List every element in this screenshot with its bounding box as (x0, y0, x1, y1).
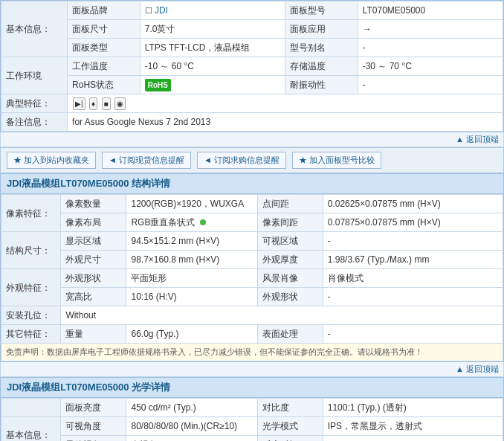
model-num-value: LT070ME05000 (358, 1, 503, 20)
typical-label: 典型特征： (1, 94, 68, 113)
brand-value: ☐ JDI (140, 1, 285, 20)
other-label: 其它特征： (1, 325, 61, 344)
appearance-label: 外观特征： (1, 269, 61, 306)
outer-thick-value: 1.98/3.67 (Typ./Max.) mm (323, 251, 503, 269)
pixel-features-label: 像素特征： (1, 195, 61, 232)
display-area-label: 显示区域 (61, 232, 126, 251)
outer-shape-label2: 外观形状 (257, 288, 323, 306)
contrast-label: 对比度 (257, 398, 323, 416)
contrast-value: 1100:1 (Typ.) (透射) (323, 398, 503, 416)
brightness-label: 面板亮度 (61, 398, 126, 416)
note-value: for Asus Google Nexus 7 2nd 2013 (68, 113, 503, 132)
notice-text: 免责声明：数据由屏库电子工程师依据规格书录入，已尽力减少错误，但不能保证参的完全… (1, 344, 503, 361)
model-num-label: 面板型号 (285, 1, 358, 20)
size-label: 面板尺寸 (68, 20, 140, 39)
surface-value: - (323, 325, 503, 344)
weight-label: 重量 (61, 325, 126, 344)
dot-pitch-value: 0.02625×0.07875 mm (H×V) (323, 195, 503, 213)
pixel-count-label: 像素数量 (61, 195, 126, 213)
size-value: 7.0英寸 (140, 20, 285, 39)
checkbox-icon: ☐ (145, 6, 152, 15)
store-temp-value: -30 ～ 70 °C (358, 57, 503, 76)
install-value: Without (61, 306, 503, 325)
pixel-layout-text: RGB垂直条状式 (131, 217, 195, 228)
store-temp-label: 存储温度 (285, 57, 358, 76)
pixel-spacing-label: 像素间距 (257, 213, 323, 232)
pixel-count-value: 1200(RGB)×1920，WUXGA (126, 195, 257, 213)
arrow-icon: → (363, 24, 372, 34)
struct-size-label: 结构尺寸： (1, 232, 61, 269)
response-value: - (323, 435, 503, 441)
viewing-angle-label: 可视角度 (61, 416, 126, 435)
note-label: 备注信息： (1, 113, 68, 132)
best-view-value: 全视角 (126, 435, 257, 441)
add-favorites-btn[interactable]: ★ 加入到站内收藏夹 (7, 152, 96, 169)
feature-icon2: ♦ (89, 97, 97, 110)
return-top-link[interactable]: ▲ 返回顶端 (456, 135, 499, 144)
vibration-label: 耐振动性 (285, 76, 358, 94)
weight-value: 66.0g (Typ.) (126, 325, 257, 344)
dot-pitch-label: 点间距 (257, 195, 323, 213)
shape-value: 平面矩形 (126, 269, 257, 288)
opt-basic-label: 基本信息： (1, 416, 61, 441)
landscape-value: 肖像模式 (323, 269, 503, 288)
viewable-label: 可视区域 (257, 232, 323, 251)
outer-size-label: 外观尺寸 (61, 251, 126, 269)
vibration-value: - (358, 76, 503, 94)
feature-icon1: ▶| (73, 97, 85, 110)
rohs-badge: RoHS (145, 79, 171, 91)
subscribe-stock-btn[interactable]: ◄ 订阅现货信息提醒 (102, 152, 191, 169)
typical-value: ▶| ♦ ■ ◉ (68, 94, 503, 113)
subscribe-purchase-btn[interactable]: ◄ 订阅求购信息提醒 (197, 152, 286, 169)
landscape-label: 风景肖像 (257, 269, 323, 288)
pixel-layout-label: 像素布局 (61, 213, 126, 232)
work-env-label: 工作环境 (1, 57, 68, 94)
return-top-link2[interactable]: ▲ 返回顶端 (456, 364, 499, 373)
compare-btn[interactable]: ★ 加入面板型号比较 (292, 152, 381, 169)
response-label: 反应时间 (257, 435, 323, 441)
aspect-value: 10:16 (H:V) (126, 288, 257, 306)
basic-info-label: 基本信息： (1, 1, 68, 57)
opt-brightness-row-label (1, 398, 61, 416)
type-value: LTPS TFT-LCD，液晶模组 (140, 39, 285, 57)
application-value: → (358, 20, 503, 39)
feature-icon3: ■ (102, 97, 111, 110)
brand-link[interactable]: JDI (155, 5, 168, 16)
surface-label: 表面处理 (257, 325, 323, 344)
temp-value: -10 ～ 60 °C (140, 57, 285, 76)
pixel-spacing-value: 0.07875×0.07875 mm (H×V) (323, 213, 503, 232)
best-view-label: 最佳视角 (61, 435, 126, 441)
brand-label: 面板品牌 (68, 1, 140, 20)
green-dot-icon (200, 219, 206, 225)
type-alias-value: - (358, 39, 503, 57)
pixel-layout-value: RGB垂直条状式 (126, 213, 257, 232)
install-label: 安装孔位： (1, 306, 61, 325)
rohs-label: RoHS状态 (68, 76, 140, 94)
optical-section-header: JDI液晶模组LT070ME05000 光学详情 (0, 377, 504, 397)
action-toolbar: ★ 加入到站内收藏夹 ◄ 订阅现货信息提醒 ◄ 订阅求购信息提醒 ★ 加入面板型… (0, 147, 504, 173)
type-alias-label: 型号别名 (285, 39, 358, 57)
aspect-label: 宽高比 (61, 288, 126, 306)
temp-label: 工作温度 (68, 57, 140, 76)
application-label: 面板应用 (285, 20, 358, 39)
shape-label: 外观形状 (61, 269, 126, 288)
optical-mode-value: IPS，常黑显示，透射式 (323, 416, 503, 435)
struct-section-header: JDI液晶模组LT070ME05000 结构详情 (0, 173, 504, 193)
optical-mode-label: 光学模式 (257, 416, 323, 435)
viewing-angle-value: 80/80/80/80 (Min.)(CR≥10) (126, 416, 257, 435)
viewable-value: - (323, 232, 503, 251)
outer-shape-value2: - (323, 288, 503, 306)
brightness-value: 450 cd/m² (Typ.) (126, 398, 257, 416)
rohs-value: RoHS (140, 76, 285, 94)
outer-size-value: 98.7×160.8 mm (H×V) (126, 251, 257, 269)
display-area-value: 94.5×151.2 mm (H×V) (126, 232, 257, 251)
feature-icon4: ◉ (114, 97, 126, 110)
type-label: 面板类型 (68, 39, 140, 57)
outer-thick-label: 外观厚度 (257, 251, 323, 269)
